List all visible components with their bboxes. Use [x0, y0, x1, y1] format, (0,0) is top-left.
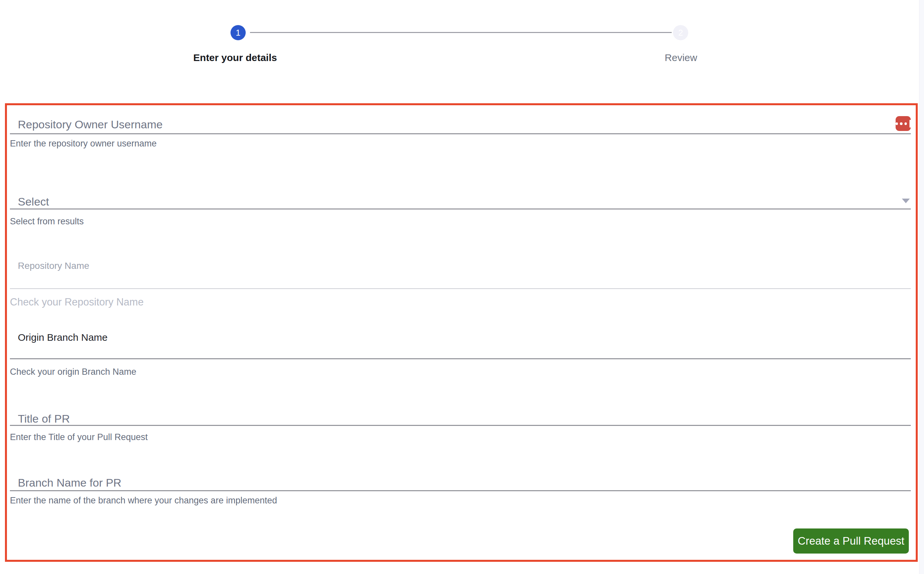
select-label: Select — [18, 195, 843, 208]
repository-name-label: Repository Name — [18, 260, 89, 271]
step-2-indicator: 2 — [673, 25, 688, 40]
branch-name-for-pr-input[interactable]: Branch Name for PR — [8, 475, 911, 490]
step-1-label: Enter your details — [153, 52, 318, 63]
branch-name-for-pr-label: Branch Name for PR — [18, 476, 843, 489]
stepper-connector-line — [250, 32, 672, 33]
lastpass-dot — [896, 122, 898, 125]
repository-owner-username-underline — [10, 133, 911, 134]
origin-branch-name-label: Origin Branch Name — [18, 332, 108, 343]
origin-branch-name-input[interactable]: Origin Branch Name — [8, 330, 911, 358]
repository-owner-username-label: Repository Owner Username — [18, 118, 843, 131]
branch-name-for-pr-helper: Enter the name of the branch where your … — [10, 495, 869, 506]
repository-name-helper: Check your Repository Name — [10, 296, 869, 308]
lastpass-dot — [905, 122, 907, 125]
step-1-indicator: 1 — [231, 25, 246, 40]
title-of-pr-label: Title of PR — [18, 412, 843, 425]
origin-branch-name-helper: Check your origin Branch Name — [10, 367, 869, 377]
step-2-label: Review — [598, 52, 764, 63]
lastpass-icon[interactable] — [896, 116, 911, 131]
step-2-number: 2 — [678, 28, 683, 38]
title-of-pr-underline — [10, 425, 911, 426]
origin-branch-name-underline — [10, 358, 911, 359]
repository-name-input[interactable]: Repository Name — [8, 259, 911, 288]
repository-name-underline — [10, 288, 911, 289]
title-of-pr-helper: Enter the Title of your Pull Request — [10, 432, 869, 442]
lastpass-bar — [910, 120, 911, 128]
select-input[interactable]: Select — [8, 193, 911, 209]
scrollbar-track[interactable] — [919, 0, 924, 574]
branch-name-for-pr-underline — [10, 490, 911, 491]
chevron-down-icon[interactable] — [902, 199, 910, 203]
title-of-pr-input[interactable]: Title of PR — [8, 410, 911, 425]
repository-owner-username-helper: Enter the repository owner username — [10, 139, 869, 149]
create-pull-request-button[interactable]: Create a Pull Request — [793, 528, 909, 554]
select-helper: Select from results — [10, 216, 869, 227]
repository-owner-username-input[interactable]: Repository Owner Username — [8, 116, 911, 133]
select-underline — [10, 208, 911, 210]
lastpass-dot — [900, 122, 902, 125]
step-1-number: 1 — [236, 28, 240, 38]
